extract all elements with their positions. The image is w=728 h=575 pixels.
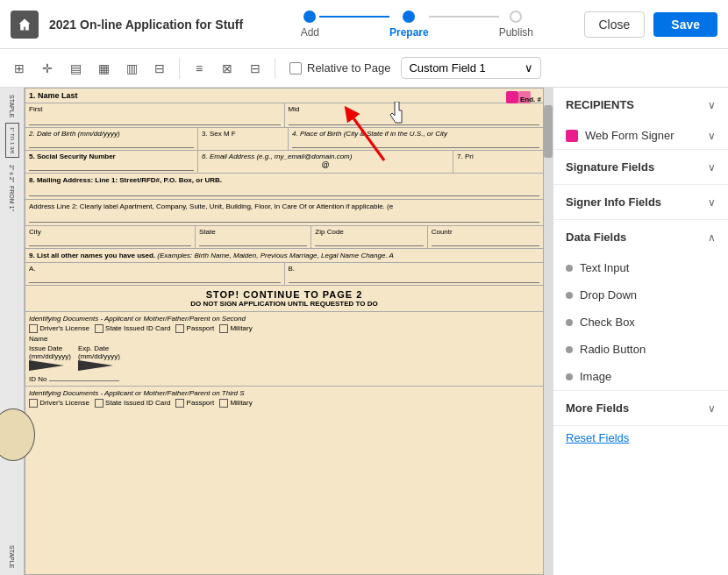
recipients-header[interactable]: RECIPIENTS ∨ bbox=[553, 88, 728, 122]
relative-to-page-toggle[interactable]: Relative to Page bbox=[289, 61, 390, 75]
more-fields-header[interactable]: More Fields ∨ bbox=[553, 391, 728, 425]
signature-fields-header[interactable]: Signature Fields ∨ bbox=[553, 150, 728, 184]
id-section: Identifying Documents - Applicant or Mot… bbox=[25, 312, 543, 387]
id-name-row: Name bbox=[29, 335, 539, 343]
issue-date-label: Issue Date(mm/dd/yyyy) bbox=[29, 344, 71, 360]
country-cell: Countr bbox=[428, 226, 543, 248]
id-section-2: Identifying Documents - Applicant or Mot… bbox=[25, 387, 543, 410]
step-add: Add bbox=[301, 11, 319, 39]
custom-field-chevron: ∨ bbox=[525, 61, 533, 75]
zip-field bbox=[315, 236, 423, 246]
tool-distribute[interactable]: ⊟ bbox=[147, 56, 172, 81]
id-cb-4: Military bbox=[219, 324, 253, 333]
data-fields-title: Data Fields bbox=[566, 231, 626, 244]
pob-label: 4. Place of Birth (City & State if in th… bbox=[292, 130, 539, 138]
data-fields-header[interactable]: Data Fields ∧ bbox=[553, 220, 728, 254]
address1-row: 8. Mailing Address: Line 1: Street/RFD#,… bbox=[25, 174, 543, 200]
tool-layout-1[interactable]: ≡ bbox=[187, 56, 211, 81]
secondary-toolbar: ⊞ ✛ ▤ ▦ ▥ ⊟ ≡ ⊠ ⊟ Relative to Page Custo… bbox=[0, 49, 728, 88]
signature-fields-title: Signature Fields bbox=[566, 160, 654, 174]
id-no-label: ID No bbox=[29, 375, 46, 383]
step-line-1 bbox=[319, 16, 389, 18]
image-dot bbox=[566, 373, 573, 380]
address1-field bbox=[29, 186, 539, 196]
pob-field bbox=[292, 138, 539, 148]
pob-cell: 4. Place of Birth (City & State if in th… bbox=[289, 128, 543, 150]
a-cell: A. bbox=[25, 263, 285, 285]
document-content: 1. Name Last End. # First Mid bbox=[25, 88, 544, 575]
id2-cb-3: Passport bbox=[175, 399, 214, 408]
save-button[interactable]: Save bbox=[653, 12, 717, 37]
home-button[interactable] bbox=[11, 11, 39, 39]
top-bar: 2021 On-line Application for Stuff Add P… bbox=[0, 0, 728, 49]
issue-date-cell: Issue Date(mm/dd/yyyy) bbox=[29, 344, 71, 371]
image-item[interactable]: Image bbox=[553, 363, 728, 390]
ssn-field bbox=[29, 160, 194, 171]
recipients-chevron: ∨ bbox=[708, 99, 716, 111]
issue-date-arrows bbox=[29, 360, 71, 371]
step-prepare: Prepare bbox=[389, 11, 429, 39]
dob-label: 2. Date of Birth (mm/dd/yyyy) bbox=[29, 130, 194, 138]
document-scroll[interactable]: STAPLE 1" TO 1 3/6 2" x 2" FROM 1" STAPL… bbox=[0, 88, 553, 575]
relative-to-page-checkbox[interactable] bbox=[289, 62, 302, 75]
steps-container: Add Prepare Publish bbox=[261, 11, 573, 39]
exp-date-label: Exp. Date(mm/dd/yyyy) bbox=[78, 344, 120, 360]
step-add-dot bbox=[303, 11, 316, 23]
ssn-row: 5. Social Security Number 6. Email Addre… bbox=[25, 151, 543, 174]
tool-layout-2[interactable]: ⊠ bbox=[215, 56, 239, 81]
staple-label-3: FROM 1" bbox=[9, 186, 15, 211]
state-cell: State bbox=[196, 226, 311, 248]
issue-arrow bbox=[29, 360, 64, 371]
step-publish-label: Publish bbox=[499, 26, 533, 39]
other-names-label: 9. List all other names you have used. (… bbox=[29, 252, 394, 259]
staple-label-1: STAPLE bbox=[9, 95, 15, 117]
reset-fields-container: Reset Fields bbox=[553, 426, 728, 449]
tool-align-right[interactable]: ▥ bbox=[119, 56, 144, 81]
drop-down-item[interactable]: Drop Down bbox=[553, 281, 728, 309]
document-area: STAPLE 1" TO 1 3/6 2" x 2" FROM 1" STAPL… bbox=[0, 88, 553, 575]
sex-field bbox=[202, 138, 284, 148]
ssn-label: 5. Social Security Number bbox=[29, 153, 194, 160]
sex-label: 3. Sex M F bbox=[202, 130, 284, 138]
data-fields-chevron: ∧ bbox=[708, 231, 716, 244]
check-box-item[interactable]: Check Box bbox=[553, 309, 728, 336]
issue-exp-row: Issue Date(mm/dd/yyyy) Exp. Date(mm/dd/y… bbox=[29, 344, 539, 371]
reset-fields-link[interactable]: Reset Fields bbox=[553, 422, 641, 453]
mid-label: Mid bbox=[289, 105, 540, 113]
step-add-label: Add bbox=[301, 26, 319, 39]
tool-align-center[interactable]: ▦ bbox=[91, 56, 116, 81]
staple-bottom: STAPLE bbox=[9, 545, 15, 568]
close-button[interactable]: Close bbox=[584, 11, 646, 38]
drop-down-label: Drop Down bbox=[580, 288, 637, 302]
id2-cb-1: Driver's License bbox=[29, 399, 89, 408]
a-field bbox=[29, 273, 281, 283]
data-fields-section: Data Fields ∧ Text Input Drop Down Check… bbox=[553, 220, 728, 391]
more-fields-chevron: ∨ bbox=[708, 402, 716, 415]
first-field bbox=[29, 113, 281, 125]
app-title: 2021 On-line Application for Stuff bbox=[49, 18, 243, 32]
radio-button-item[interactable]: Radio Button bbox=[553, 336, 728, 363]
pri-label: 7. Pri bbox=[457, 153, 539, 160]
main-layout: STAPLE 1" TO 1 3/6 2" x 2" FROM 1" STAPL… bbox=[0, 88, 728, 575]
ssn-cell: 5. Social Security Number bbox=[25, 151, 198, 173]
id-cb-1: Driver's License bbox=[29, 324, 89, 333]
tool-layout-3[interactable]: ⊟ bbox=[243, 56, 268, 81]
cursor-overlay bbox=[388, 102, 409, 130]
text-input-item[interactable]: Text Input bbox=[553, 254, 728, 281]
tool-move[interactable]: ✛ bbox=[35, 56, 60, 81]
id-checkboxes-row: Driver's License State Issued ID Card Pa… bbox=[29, 324, 539, 333]
b-cell: B. bbox=[285, 263, 544, 285]
name-last-row: 1. Name Last End. # bbox=[25, 89, 543, 103]
custom-field-dropdown[interactable]: Custom Field 1 ∨ bbox=[401, 57, 541, 79]
web-form-signer-item: Web Form Signer ∨ bbox=[553, 122, 728, 149]
signer-info-fields-header[interactable]: Signer Info Fields ∨ bbox=[553, 185, 728, 219]
tool-grid[interactable]: ⊞ bbox=[7, 56, 32, 81]
recipients-section: RECIPIENTS ∨ Web Form Signer ∨ bbox=[553, 88, 728, 150]
tool-align-left[interactable]: ▤ bbox=[63, 56, 88, 81]
at-sign: @ bbox=[202, 160, 449, 169]
step-line-2 bbox=[429, 16, 499, 18]
scrollbar-track[interactable] bbox=[544, 88, 553, 575]
b-field bbox=[289, 273, 540, 283]
dob-field bbox=[29, 138, 194, 148]
scrollbar-thumb[interactable] bbox=[544, 105, 553, 158]
